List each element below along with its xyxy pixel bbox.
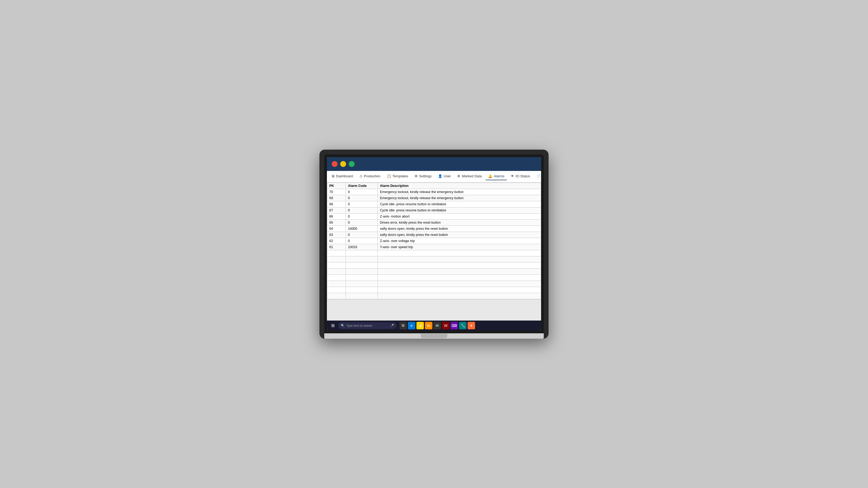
- alarms-table: PK Alarm Code Alarm Description 70 0 Eme…: [327, 183, 541, 299]
- cell-pk-empty: [327, 287, 346, 293]
- cell-code-empty: [346, 281, 378, 287]
- table-container: PK Alarm Code Alarm Description 70 0 Eme…: [327, 183, 541, 299]
- cell-pk-empty: [327, 250, 346, 256]
- search-placeholder: Type here to search: [346, 324, 372, 327]
- app2-icon[interactable]: 🔧: [459, 322, 466, 329]
- cell-desc: safty doors open, kindly press the reset…: [378, 226, 541, 232]
- cell-code: 0: [346, 201, 378, 207]
- nav-item-marked-data[interactable]: ⚙ Marked Data: [455, 172, 484, 180]
- table-row: 66 0 Z-axis- motion abort: [327, 213, 541, 219]
- vscode-icon[interactable]: ⌨: [451, 322, 458, 329]
- cell-code-empty: [346, 250, 378, 256]
- cell-desc-empty: [378, 250, 541, 256]
- cell-code-empty: [346, 287, 378, 293]
- app1-icon[interactable]: W: [442, 322, 450, 329]
- cell-desc-empty: [378, 281, 541, 287]
- cell-pk: 69: [327, 195, 346, 201]
- table-row: 62 0 Z-axis- over voltage trip: [327, 238, 541, 244]
- settings-icon: ⚙: [414, 174, 418, 178]
- nav-item-doc[interactable]: 📄: [534, 172, 541, 180]
- table-row-empty: [327, 262, 541, 268]
- cell-pk: 62: [327, 238, 346, 244]
- cell-code: 0: [346, 189, 378, 195]
- nav-item-alarms[interactable]: 🔔 Alarms: [486, 172, 507, 180]
- header-pk: PK: [327, 183, 346, 189]
- cell-pk: 63: [327, 232, 346, 238]
- nav-bar: ⊞ Dashboard ⚠ Production 📋 Templates ⚙ S…: [327, 171, 541, 183]
- nav-item-settings[interactable]: ⚙ Settings: [412, 172, 434, 180]
- table-row: 67 0 Cycle idle- press resume button to …: [327, 207, 541, 213]
- close-button[interactable]: [332, 161, 338, 167]
- nav-label-dashboard: Dashboard: [336, 174, 353, 178]
- content-area: PK Alarm Code Alarm Description 70 0 Eme…: [327, 183, 541, 321]
- nav-label-templates: Templates: [393, 174, 408, 178]
- taskview-icon[interactable]: ⧉: [399, 322, 407, 329]
- cell-desc: safty doors open, kindly press the reset…: [378, 232, 541, 238]
- taskbar-search-box[interactable]: 🔍 Type here to search 🎤: [338, 322, 397, 329]
- cell-code: 10016: [346, 244, 378, 250]
- cell-desc-empty: [378, 274, 541, 281]
- cell-code-empty: [346, 256, 378, 262]
- cell-pk-empty: [327, 293, 346, 299]
- nav-label-settings: Settings: [419, 174, 432, 178]
- nav-label-alarms: Alarms: [494, 174, 504, 178]
- table-row: 65 0 Drives error, kindly press the rese…: [327, 219, 541, 226]
- laptop-screen: ⊞ Dashboard ⚠ Production 📋 Templates ⚙ S…: [327, 157, 541, 331]
- cell-code-empty: [346, 268, 378, 274]
- table-row-empty: [327, 268, 541, 274]
- doc-icon: 📄: [536, 174, 541, 178]
- cell-desc: Z-axis- motion abort: [378, 213, 541, 219]
- table-row-empty: [327, 250, 541, 256]
- start-button[interactable]: ⊞: [329, 322, 337, 329]
- cell-code-empty: [346, 274, 378, 281]
- templates-icon: 📋: [387, 174, 391, 178]
- cell-desc-empty: [378, 262, 541, 268]
- cell-pk: 70: [327, 189, 346, 195]
- cell-pk-empty: [327, 256, 346, 262]
- maximize-button[interactable]: [349, 161, 354, 167]
- cell-desc-empty: [378, 293, 541, 299]
- nav-item-user[interactable]: 👤 User: [435, 172, 454, 180]
- taskbar: ⊞ 🔍 Type here to search 🎤 ⧉ e 📁 🛍 ✉ W ⌨ …: [327, 321, 541, 331]
- user-icon: 👤: [438, 174, 442, 178]
- laptop-stand: [421, 334, 447, 338]
- window-titlebar: [327, 157, 541, 171]
- cell-pk-empty: [327, 268, 346, 274]
- cell-code: 10000: [346, 226, 378, 232]
- header-alarm-desc: Alarm Description: [378, 183, 541, 189]
- store-icon[interactable]: 🛍: [425, 322, 432, 329]
- cell-pk: 65: [327, 219, 346, 226]
- dashboard-icon: ⊞: [332, 174, 335, 178]
- edge-icon[interactable]: e: [408, 322, 415, 329]
- files-icon[interactable]: 📁: [416, 322, 424, 329]
- table-row-empty: [327, 281, 541, 287]
- table-row: 68 0 Cycle idle- press resume button to …: [327, 201, 541, 207]
- mail-icon[interactable]: ✉: [433, 322, 441, 329]
- cell-desc-empty: [378, 256, 541, 262]
- cell-code: 0: [346, 195, 378, 201]
- nav-label-io-status: IO Status: [516, 174, 530, 178]
- nav-item-io-status[interactable]: 👁 IO Status: [508, 172, 533, 180]
- cell-code-empty: [346, 262, 378, 268]
- microphone-icon: 🎤: [390, 324, 394, 327]
- nav-label-user: User: [443, 174, 451, 178]
- cell-desc: Cycle idle- press resume button to reini…: [378, 207, 541, 213]
- app3-icon[interactable]: ✦: [468, 322, 475, 329]
- marked-data-icon: ⚙: [457, 174, 460, 178]
- cell-code: 0: [346, 238, 378, 244]
- nav-item-production[interactable]: ⚠ Production: [357, 172, 383, 180]
- cell-pk: 66: [327, 213, 346, 219]
- io-status-icon: 👁: [511, 174, 514, 178]
- cell-desc: Z-axis- over voltage trip: [378, 238, 541, 244]
- cell-pk-empty: [327, 274, 346, 281]
- cell-desc-empty: [378, 287, 541, 293]
- nav-item-dashboard[interactable]: ⊞ Dashboard: [329, 172, 356, 180]
- minimize-button[interactable]: [340, 161, 346, 167]
- nav-item-templates[interactable]: 📋 Templates: [384, 172, 411, 180]
- alarms-icon: 🔔: [488, 174, 492, 178]
- cell-pk-empty: [327, 281, 346, 287]
- cell-desc: Emergency lockout, kindly release the em…: [378, 195, 541, 201]
- cell-desc-empty: [378, 268, 541, 274]
- footer-area: [327, 299, 541, 321]
- table-row: 63 0 safty doors open, kindly press the …: [327, 232, 541, 238]
